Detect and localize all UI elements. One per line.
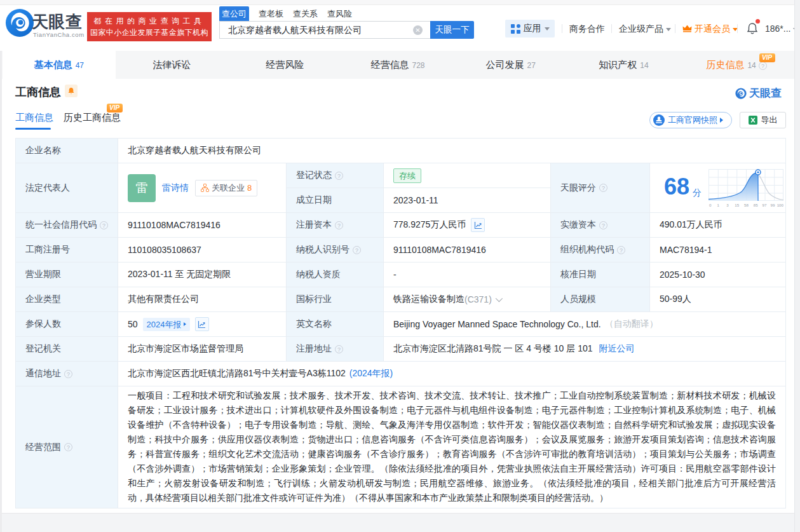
help-icon[interactable]: ?: [335, 221, 343, 229]
term-label: 营业期限: [16, 263, 118, 287]
mail-address-label: 通信地址?: [16, 362, 118, 386]
paid-capital-label: 实缴资本?: [551, 213, 649, 237]
svg-text:58: 58: [744, 203, 749, 207]
tab-legal[interactable]: 法律诉讼: [116, 51, 229, 79]
industry-cell: 铁路运输设备制造(C371): [384, 287, 550, 311]
reg-capital-cell: 778.9275万人民币: [384, 213, 550, 237]
staff-value: 50-99人: [650, 287, 785, 311]
related-companies-chip[interactable]: 关联企业 8: [195, 180, 257, 196]
menu-separator: [737, 24, 738, 33]
brand-domain: TianYanCha.com: [33, 31, 85, 38]
search-input[interactable]: [227, 22, 414, 39]
svg-text:0: 0: [709, 203, 712, 207]
en-name-label: 英文名称: [287, 312, 383, 336]
top-strip: [0, 0, 800, 5]
help-icon[interactable]: ?: [617, 246, 625, 254]
trend-chart-icon: [198, 320, 206, 329]
search-tab-company[interactable]: 查公司: [219, 6, 249, 21]
menu-enterprise[interactable]: 企业级产品: [619, 20, 671, 38]
search-tab-risk[interactable]: 查风险: [327, 6, 352, 21]
legal-rep-avatar[interactable]: 雷: [128, 174, 156, 202]
left-gutter: [0, 51, 2, 532]
org-chart-icon: [201, 184, 209, 192]
company-type-value: 其他有限责任公司: [118, 287, 286, 311]
help-icon[interactable]: ?: [353, 246, 361, 254]
export-button[interactable]: 导出: [740, 112, 786, 128]
official-snapshot-button[interactable]: 工商官网快照: [649, 112, 732, 128]
reg-status-cell: 存续: [384, 163, 550, 188]
search-tab-relation[interactable]: 查关系: [293, 6, 318, 21]
taxpayer-qual-value: -: [384, 263, 550, 287]
subtab-underline: [15, 128, 51, 130]
menu-vip[interactable]: 开通会员: [682, 20, 738, 38]
table-row: 登记机关 北京市海淀区市场监督管理局 注册地址? 北京市海淀区北清路81号院 一…: [16, 337, 785, 361]
insured-trend-button[interactable]: [195, 317, 209, 331]
subtab-business-info[interactable]: 工商信息: [15, 112, 53, 124]
status-badge: 存续: [393, 168, 421, 183]
table-row: 营业期限 2023-01-11 至 无固定期限 纳税人资质 - 核准日期 202…: [16, 263, 785, 287]
table-row: 通信地址? 北京市海淀区西北旺镇北清路81号中关村壹号A3栋1102(2024年…: [16, 362, 785, 386]
apps-caret-icon: [545, 27, 550, 31]
apps-menu[interactable]: 应用: [505, 20, 555, 38]
industry-expand-icon[interactable]: [496, 295, 503, 302]
scrollbar[interactable]: [794, 0, 800, 532]
uscc-label: 统一社会信用代码?: [16, 213, 118, 237]
company-name-label: 企业名称: [16, 139, 118, 163]
monitor-bell-button[interactable]: [65, 85, 78, 97]
capital-trend-button[interactable]: [471, 218, 485, 232]
business-info-table: 企业名称 北京穿越者载人航天科技有限公司 法定代表人 雷 雷诗情 关联企业 8: [15, 138, 786, 508]
nearby-companies-link[interactable]: 附近公司: [599, 343, 635, 355]
history-help-icon[interactable]: ?: [759, 62, 767, 70]
svg-text:1: 1: [717, 203, 720, 207]
help-icon[interactable]: ?: [335, 345, 343, 353]
help-icon[interactable]: ?: [335, 172, 343, 180]
approval-date-label: 核准日期: [551, 263, 649, 287]
score-cell[interactable]: 68 分: [650, 163, 785, 212]
tab-risk[interactable]: 经营风险: [228, 51, 341, 79]
term-value: 2023-01-11 至 无固定期限: [118, 263, 286, 287]
help-icon[interactable]: ?: [599, 221, 607, 229]
subtab-history-business[interactable]: 历史工商信息: [64, 112, 121, 124]
user-phone[interactable]: 186*...: [765, 20, 798, 38]
staff-label: 人员规模: [551, 287, 649, 311]
search-button[interactable]: 天眼一下: [430, 21, 474, 39]
notification-bell-icon[interactable]: [746, 22, 759, 35]
mail-report-link[interactable]: (2024年报): [349, 368, 393, 379]
reg-no-label: 工商注册号: [16, 238, 118, 262]
trend-chart-icon: [474, 221, 482, 229]
svg-text:100: 100: [777, 203, 783, 207]
org-code-value: MAC78194-1: [650, 238, 785, 262]
table-row: 企业类型 其他有限责任公司 国标行业 铁路运输设备制造(C371) 人员规模 5…: [16, 287, 785, 311]
mail-address-cell: 北京市海淀区西北旺镇北清路81号中关村壹号A3栋1102(2024年报): [118, 362, 785, 386]
table-row: 统一社会信用代码? 91110108MAC7819416 注册资本? 778.9…: [16, 213, 785, 237]
tianyancha-logo-icon[interactable]: [5, 8, 34, 38]
table-row: 工商注册号 110108035108637 纳税人识别号? 91110108MA…: [16, 238, 785, 262]
subtab-vip-badge: VIP: [107, 104, 123, 113]
est-date-label: 成立日期: [287, 188, 383, 212]
tab-history[interactable]: 历史信息14 ? VIP: [680, 51, 793, 79]
clear-search-icon[interactable]: ✕: [413, 25, 423, 35]
banner-line2: 国家中小企业发展子基金旗下机构: [87, 27, 212, 38]
taxpayer-id-label: 纳税人识别号?: [287, 238, 383, 262]
help-icon[interactable]: ?: [100, 221, 108, 229]
tab-development[interactable]: 公司发展27: [454, 51, 567, 79]
brand-name[interactable]: 天眼查: [32, 11, 83, 33]
snapshot-caret-icon: [720, 118, 723, 123]
svg-text:99: 99: [771, 203, 775, 207]
tab-operation[interactable]: 经营信息728: [341, 51, 454, 79]
score-unit: 分: [693, 188, 702, 199]
reg-status-label: 登记状态?: [287, 163, 383, 188]
excel-icon: [749, 116, 757, 125]
help-icon[interactable]: ?: [64, 443, 72, 451]
help-icon[interactable]: ?: [64, 370, 72, 378]
help-icon[interactable]: ?: [599, 184, 607, 192]
tab-basic-info[interactable]: 基本信息47: [3, 51, 116, 79]
tianyancha-company-page: 天眼查 TianYanCha.com 都在用的商业查询工具 国家中小企业发展子基…: [0, 0, 800, 532]
search-tab-boss[interactable]: 查老板: [259, 6, 283, 21]
legal-rep-link[interactable]: 雷诗情: [162, 182, 189, 194]
insured-label: 参保人数: [16, 312, 118, 336]
annual-report-chip[interactable]: 2024年报: [143, 318, 190, 331]
menu-cooperation[interactable]: 商务合作: [569, 20, 605, 38]
company-nav-bar: 基本信息47 法律诉讼 经营风险 经营信息728 公司发展27 知识产权14 历…: [0, 51, 800, 79]
tab-ip[interactable]: 知识产权14: [567, 51, 681, 79]
